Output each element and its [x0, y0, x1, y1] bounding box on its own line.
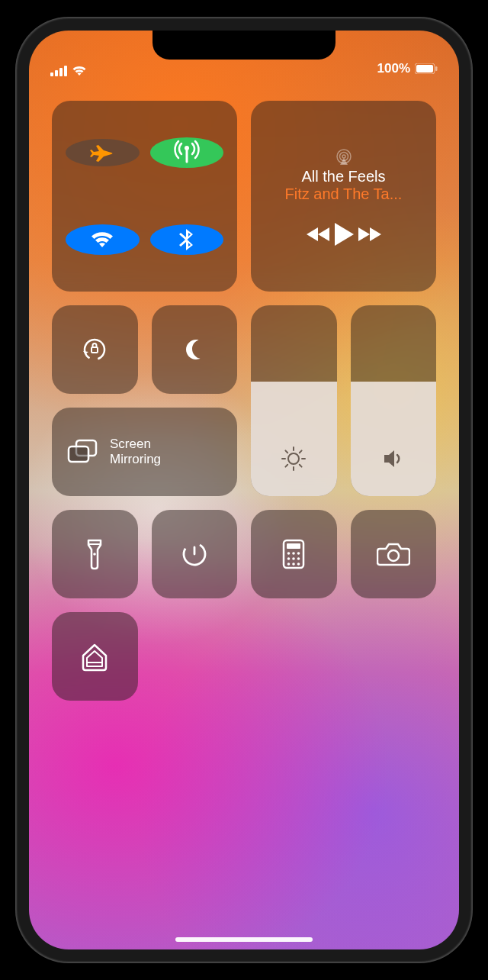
- control-center: All the Feels Fitz and The Ta...: [52, 101, 436, 701]
- moon-icon: [181, 336, 208, 363]
- svg-point-28: [297, 563, 300, 566]
- home-button[interactable]: [52, 612, 138, 701]
- timer-button[interactable]: [152, 510, 238, 598]
- svg-rect-15: [69, 446, 88, 462]
- svg-point-16: [93, 553, 96, 556]
- orientation-lock-toggle[interactable]: [52, 305, 138, 394]
- volume-slider[interactable]: [351, 305, 437, 496]
- svg-point-24: [292, 557, 295, 560]
- flashlight-button[interactable]: [52, 510, 138, 598]
- wifi-status-icon: [72, 66, 87, 76]
- play-button[interactable]: [332, 221, 355, 247]
- svg-rect-6: [435, 66, 438, 71]
- svg-rect-12: [92, 347, 98, 353]
- notch: [152, 31, 336, 60]
- wifi-toggle[interactable]: [66, 224, 140, 255]
- status-right: 100%: [377, 61, 438, 76]
- status-left: [50, 66, 87, 76]
- airplay-audio-icon[interactable]: [335, 148, 353, 166]
- bluetooth-toggle[interactable]: [150, 224, 224, 255]
- svg-point-29: [388, 550, 399, 561]
- flashlight-icon: [85, 537, 104, 571]
- do-not-disturb-toggle[interactable]: [152, 305, 238, 394]
- svg-point-13: [288, 453, 299, 464]
- device-frame: 100%: [15, 17, 473, 963]
- home-icon: [79, 640, 111, 672]
- cellular-data-toggle[interactable]: [150, 137, 224, 168]
- music-module[interactable]: All the Feels Fitz and The Ta...: [251, 101, 436, 292]
- calculator-icon: [281, 539, 306, 569]
- svg-point-23: [287, 557, 291, 560]
- svg-rect-3: [64, 66, 67, 76]
- camera-icon: [377, 541, 410, 567]
- svg-point-20: [287, 552, 291, 555]
- brightness-slider[interactable]: [251, 305, 337, 496]
- screen-mirroring-label: Screen Mirroring: [110, 437, 161, 466]
- bluetooth-icon: [172, 224, 202, 255]
- svg-point-27: [292, 563, 295, 566]
- svg-rect-0: [50, 73, 53, 76]
- wifi-icon: [87, 224, 117, 255]
- screen-mirroring-button[interactable]: Screen Mirroring: [52, 408, 237, 496]
- camera-button[interactable]: [351, 510, 437, 598]
- svg-point-11: [81, 336, 108, 363]
- airplane-mode-toggle[interactable]: [66, 139, 140, 166]
- home-indicator[interactable]: [175, 937, 313, 942]
- rotation-lock-icon: [79, 334, 110, 365]
- airplane-icon: [88, 139, 116, 166]
- connectivity-module[interactable]: [52, 101, 237, 292]
- svg-point-25: [297, 557, 300, 560]
- svg-rect-2: [59, 68, 63, 76]
- battery-percent: 100%: [377, 61, 410, 76]
- svg-rect-5: [416, 65, 433, 73]
- svg-point-21: [292, 552, 295, 555]
- screen: 100%: [29, 31, 459, 949]
- screen-mirroring-icon: [66, 437, 99, 466]
- timer-icon: [179, 539, 210, 569]
- brightness-icon: [279, 444, 308, 473]
- next-track-button[interactable]: [355, 225, 383, 243]
- svg-point-10: [342, 155, 345, 158]
- svg-rect-1: [55, 70, 58, 76]
- antenna-icon: [172, 137, 202, 168]
- song-title: All the Feels: [285, 168, 403, 185]
- cellular-signal-icon: [50, 66, 67, 76]
- song-artist: Fitz and The Ta...: [285, 185, 403, 203]
- svg-point-22: [297, 552, 300, 555]
- speaker-icon: [379, 444, 408, 473]
- battery-icon: [415, 63, 438, 74]
- calculator-button[interactable]: [251, 510, 337, 598]
- svg-point-26: [287, 563, 291, 566]
- previous-track-button[interactable]: [305, 225, 332, 243]
- svg-rect-19: [287, 543, 300, 549]
